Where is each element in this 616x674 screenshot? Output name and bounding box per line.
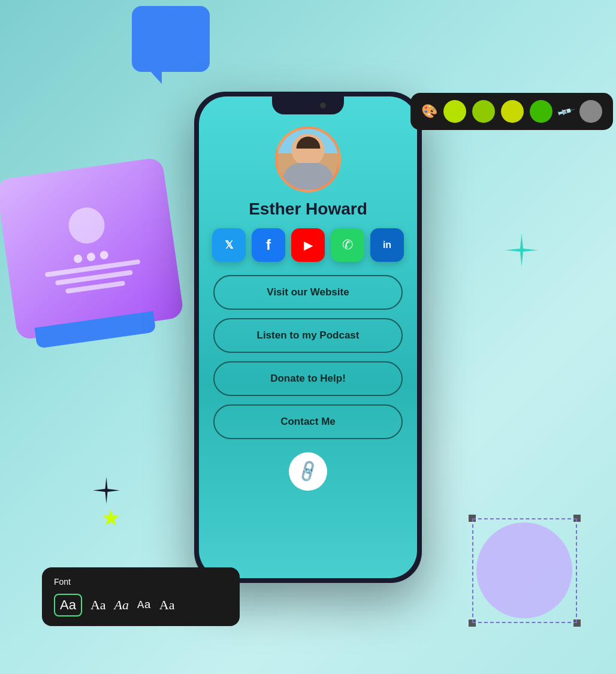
font-sample-cursive[interactable]: Aa [159,597,175,613]
phone-screen: Esther Howard 𝕏 f ▶ ✆ in [199,96,417,578]
font-samples-row: Aa Aa Aa Aa Aa [54,594,228,616]
listen-podcast-button[interactable]: Listen to my Podcast [213,318,403,353]
card-dot-2 [86,252,96,262]
facebook-icon: f [266,237,271,253]
social-links-row: 𝕏 f ▶ ✆ in [200,228,416,262]
card-dot-row [73,250,108,264]
card-dot-3 [99,250,109,260]
link-button[interactable]: 🔗 [289,452,327,491]
swatch-3[interactable] [501,100,524,123]
font-panel-title: Font [54,577,228,587]
swatch-1[interactable] [443,100,466,123]
font-sample-sans[interactable]: Aa [54,594,82,616]
card-avatar-placeholder [67,205,107,246]
action-buttons-list: Visit our Website Listen to my Podcast D… [199,275,417,439]
selection-box [472,518,577,623]
profile-section: Esther Howard 𝕏 f ▶ ✆ in [199,114,417,491]
listen-podcast-label: Listen to my Podcast [257,330,360,341]
chat-bubble-decoration [132,6,210,72]
card-dot-1 [73,254,83,264]
swatch-4[interactable] [530,100,552,123]
donate-button[interactable]: Donate to Help! [213,361,403,396]
font-sample-mono[interactable]: Aa [137,599,151,612]
youtube-icon: ▶ [304,238,313,252]
visit-website-label: Visit our Website [267,286,349,298]
phone-camera [320,102,326,108]
contact-me-button[interactable]: Contact Me [213,404,403,439]
whatsapp-icon: ✆ [342,237,353,253]
link-icon: 🔗 [295,458,321,484]
social-linkedin-button[interactable]: in [370,228,404,262]
profile-name: Esther Howard [249,200,367,219]
social-facebook-button[interactable]: f [252,228,285,262]
font-sample-serif[interactable]: Aa [90,597,106,613]
swatch-2[interactable] [472,100,495,123]
social-whatsapp-button[interactable]: ✆ [331,228,364,262]
phone-notch [272,96,344,114]
social-youtube-button[interactable]: ▶ [291,228,325,262]
font-sample-italic[interactable]: Aa [114,597,129,613]
purple-circle-container [472,518,577,623]
color-palette-toolbar: 🎨 💉 [410,93,613,130]
font-panel: Font Aa Aa Aa Aa Aa [42,567,240,626]
purple-circle-decoration [476,522,572,618]
contact-me-label: Contact Me [280,416,336,428]
visit-website-button[interactable]: Visit our Website [213,275,403,310]
palette-icon: 🎨 [421,104,437,119]
swatch-gray[interactable] [579,100,602,123]
sparkle-teal-decoration [505,234,538,269]
donate-label: Donate to Help! [270,373,346,385]
profile-avatar [275,126,341,192]
twitter-icon: 𝕏 [225,238,234,252]
card-lines [19,243,167,300]
linkedin-icon: in [383,240,391,250]
social-twitter-button[interactable]: 𝕏 [212,228,246,262]
eyedropper-icon[interactable]: 💉 [556,101,576,121]
contact-card-decoration [0,157,184,340]
sparkle-black-decoration [93,477,120,506]
phone-frame: Esther Howard 𝕏 f ▶ ✆ in [194,92,422,583]
